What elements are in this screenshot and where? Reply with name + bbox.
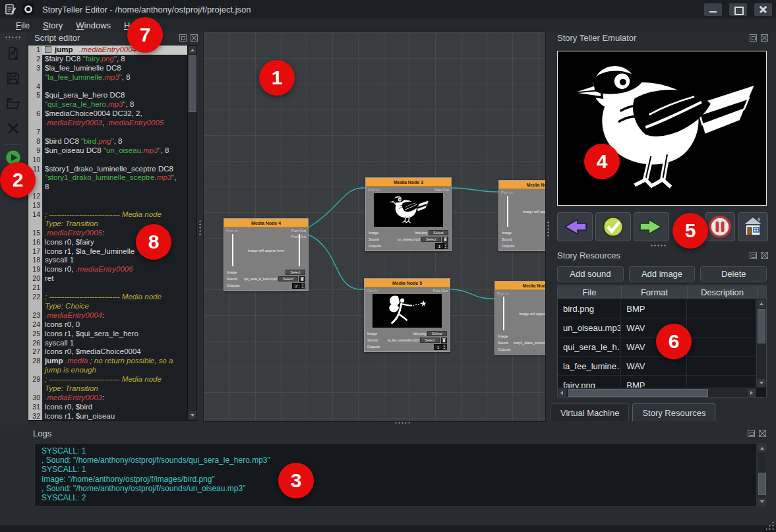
port-out[interactable]: Port Out [434, 187, 449, 193]
code-line[interactable]: 29; ---------------------------- Media n… [28, 375, 187, 384]
port-out[interactable]: Port Out [291, 228, 306, 234]
float-panel-icon[interactable] [748, 430, 755, 437]
code-line[interactable]: 32lcons r1, $un_oiseau [28, 412, 187, 420]
spinner-arrows[interactable] [301, 283, 305, 289]
code-line[interactable]: "story1_drako_luminelle_sceptre.mp3", [28, 173, 187, 183]
code-line[interactable]: 8$bird DC8 "bird.png", 8 [28, 137, 187, 146]
code-line[interactable]: 30.mediaEntry0003: [28, 394, 187, 403]
code-line[interactable]: 1jump .mediaEntry0004 [28, 45, 187, 55]
code-line[interactable]: 20ret [28, 274, 187, 283]
port-in[interactable]: Port In [497, 291, 509, 295]
close-panel-icon[interactable] [761, 252, 768, 259]
code-line[interactable]: Type: Choice [28, 302, 187, 311]
media-node-4[interactable]: Media Node 4Port InPort OutPort OutImage… [224, 218, 309, 291]
node-title[interactable]: Media Node 6 [495, 281, 546, 290]
scroll-up-icon[interactable] [189, 46, 196, 54]
media-node-3[interactable]: Media Node 3Port InPort OutImagebird.png… [365, 177, 452, 251]
code-line[interactable]: 7 [28, 128, 187, 137]
script-editor-scrollbar[interactable] [187, 45, 196, 420]
sound-select-button[interactable]: Select [278, 276, 298, 281]
menu-story[interactable]: Story [36, 20, 69, 31]
code-line[interactable]: 3$la_fee_luminelle DC8 [28, 64, 187, 73]
column-header-file[interactable]: File [558, 286, 622, 299]
scroll-down-icon[interactable] [758, 379, 765, 387]
node-title[interactable]: Media Node 3 [366, 178, 451, 187]
code-line[interactable]: jump is enough [28, 366, 187, 375]
code-line[interactable]: 23.mediaEntry0004: [28, 311, 187, 320]
menu-file[interactable]: File [9, 20, 36, 31]
table-horizontal-scrollbar[interactable] [558, 388, 756, 397]
scrollbar-thumb[interactable] [189, 55, 196, 112]
table-row[interactable]: bird.pngBMP [558, 299, 756, 318]
new-file-icon[interactable] [5, 45, 21, 61]
scroll-down-icon[interactable] [758, 498, 766, 506]
code-line[interactable]: 4 [28, 82, 187, 92]
previous-button[interactable] [557, 212, 593, 241]
next-button[interactable] [634, 212, 669, 241]
scrollbar-thumb[interactable] [568, 389, 708, 397]
toolbar-drag-handle[interactable] [5, 36, 22, 40]
validate-button[interactable] [595, 212, 631, 241]
code-line[interactable]: 21 [28, 283, 187, 293]
close-panel-icon[interactable] [191, 34, 198, 42]
open-folder-icon[interactable] [5, 96, 21, 111]
menu-windows[interactable]: Windows [69, 20, 117, 31]
minimize-icon[interactable] [704, 3, 722, 16]
splitter-handle[interactable] [650, 244, 666, 248]
node-graph-canvas[interactable]: Media Node 4Port InPort OutPort OutImage… [203, 32, 546, 422]
table-vertical-scrollbar[interactable] [756, 299, 766, 388]
add-image-button[interactable]: Add image [629, 266, 696, 281]
port-in[interactable]: Port In [368, 188, 380, 192]
table-row[interactable]: la_fee_lumine…WAV [558, 357, 756, 376]
code-line[interactable]: 26syscall 1 [28, 339, 187, 348]
image-select-button[interactable]: Select [429, 230, 448, 235]
close-panel-icon[interactable] [759, 430, 766, 437]
scroll-down-icon[interactable] [189, 411, 196, 419]
trash-icon[interactable] [299, 276, 305, 282]
port-in[interactable]: Port In [367, 289, 378, 293]
script-editor[interactable]: 1jump .mediaEntry00042$fairy DC8 "fairy.… [28, 45, 197, 421]
scroll-right-icon[interactable] [748, 389, 756, 397]
float-panel-icon[interactable] [179, 34, 187, 42]
code-line[interactable]: 12 [28, 192, 187, 201]
spinner-arrows[interactable] [442, 344, 447, 350]
media-node-2[interactable]: Media Node 2Port InImage will appear her… [498, 180, 546, 251]
code-line[interactable]: 2$fairy DC8 "fairy.png", 8 [28, 55, 187, 64]
close-icon[interactable] [754, 3, 772, 16]
trash-icon[interactable] [442, 237, 448, 243]
splitter-handle[interactable] [547, 221, 551, 237]
save-icon[interactable] [5, 71, 21, 86]
scrollbar-thumb[interactable] [758, 473, 766, 495]
code-line[interactable]: 22; ---------------------------- Media n… [28, 293, 187, 302]
code-line[interactable]: 31lcons r0, $bird [28, 403, 187, 412]
code-line[interactable]: 11$story1_drako_luminelle_sceptre DC8 [28, 165, 187, 174]
maximize-icon[interactable] [729, 3, 747, 16]
column-header-format[interactable]: Format [622, 286, 688, 299]
close-panel-icon[interactable] [761, 34, 768, 42]
code-line[interactable]: 19lcons r0, .mediaEntry0006 [28, 265, 187, 274]
table-row[interactable]: fairy.pngBMP [558, 376, 756, 388]
spinner-arrows[interactable] [444, 243, 448, 249]
scroll-up-icon[interactable] [758, 300, 765, 308]
float-panel-icon[interactable] [750, 34, 757, 42]
code-line[interactable]: 10 [28, 156, 187, 165]
code-line[interactable]: Type: Transition [28, 384, 187, 394]
node-title[interactable]: Media Node 5 [365, 279, 450, 287]
pause-button[interactable] [705, 212, 735, 241]
outputs-spinner[interactable]: 2 [292, 283, 305, 289]
column-header-description[interactable]: Description [688, 286, 758, 299]
code-line[interactable]: 25lcons r1, $qui_sera_le_hero [28, 330, 187, 339]
tab-story-resources[interactable]: Story Resources [632, 403, 715, 421]
outputs-spinner[interactable]: 1 [435, 243, 448, 249]
code-line[interactable]: 18syscall 1 [28, 256, 187, 265]
delete-icon[interactable] [5, 121, 21, 136]
scrollbar-thumb[interactable] [758, 309, 765, 343]
tab-virtual-machine[interactable]: Virtual Machine [551, 403, 629, 421]
code-line[interactable]: .mediaEntry0003, .mediaEntry0005 [28, 119, 187, 128]
logs-scrollbar[interactable] [757, 443, 766, 507]
code-line[interactable]: 9$un_oiseau DC8 "un_oiseau.mp3", 8 [28, 146, 187, 156]
home-button[interactable] [738, 212, 768, 241]
code-line[interactable]: 6$mediaChoice0004 DC32, 2, [28, 109, 187, 119]
node-title[interactable]: Media Node 4 [224, 219, 308, 227]
code-line[interactable]: 28jump .media ; no return possible, so a [28, 357, 187, 366]
